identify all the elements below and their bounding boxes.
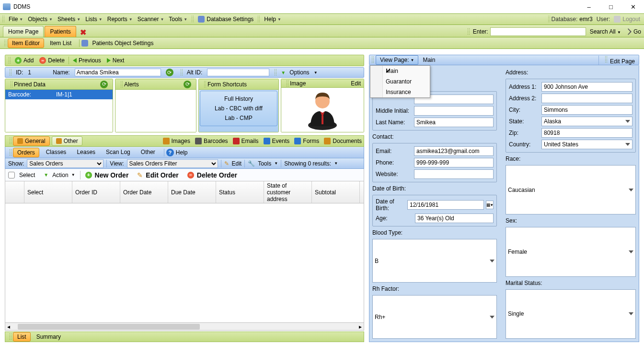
- country-select[interactable]: United States: [541, 140, 632, 149]
- tab-patients[interactable]: Patients: [45, 26, 76, 37]
- col-header[interactable]: Due Date: [168, 181, 216, 203]
- id-value: 1: [28, 69, 50, 76]
- horizontal-scrollbar[interactable]: ◂ ▸: [5, 322, 364, 330]
- toolbar-forms[interactable]: Forms: [294, 138, 319, 144]
- view-select[interactable]: Sales Orders Filter: [127, 159, 218, 168]
- previous-button[interactable]: Previous: [70, 56, 104, 65]
- dropdown-item-guarantor[interactable]: Guarantor: [383, 76, 430, 87]
- tab-scan-log[interactable]: Scan Log: [102, 148, 134, 157]
- col-header[interactable]: Order ID: [72, 181, 120, 203]
- tab-classes[interactable]: Classes: [42, 148, 70, 157]
- grid-body[interactable]: [5, 203, 364, 322]
- altid-input[interactable]: [207, 69, 269, 76]
- scroll-left-icon[interactable]: ◂: [5, 323, 12, 330]
- col-header[interactable]: [5, 181, 24, 203]
- edit-link[interactable]: Edit: [351, 80, 361, 87]
- tab-summary[interactable]: Summary: [33, 332, 65, 341]
- dob-field[interactable]: [407, 200, 484, 210]
- scroll-right-icon[interactable]: ▸: [357, 323, 364, 330]
- shortcut-item[interactable]: Lab - CMP: [200, 113, 277, 123]
- dropdown-item-insurance[interactable]: Insurance: [383, 87, 430, 97]
- go-button[interactable]: Go: [633, 28, 641, 35]
- sex-select[interactable]: Female: [506, 227, 636, 276]
- subtab-item-list[interactable]: Item List: [46, 39, 75, 47]
- state-select[interactable]: Alaska: [541, 117, 632, 126]
- col-header[interactable]: Subtotal: [312, 181, 360, 203]
- name-input[interactable]: [75, 69, 161, 76]
- tab-other[interactable]: Other: [137, 148, 159, 157]
- col-header[interactable]: Select: [24, 181, 72, 203]
- tab-orders[interactable]: Orders: [13, 148, 39, 157]
- subtab-object-settings[interactable]: Patients Object Settings: [90, 39, 155, 47]
- menu-tools[interactable]: Tools▼: [166, 15, 189, 24]
- scroll-thumb[interactable]: [18, 324, 200, 330]
- new-order-button[interactable]: New Order: [95, 171, 129, 179]
- rh-factor-select[interactable]: Rh+: [372, 295, 497, 339]
- options-button[interactable]: Options: [289, 69, 309, 76]
- edit-view-button[interactable]: Edit: [232, 160, 242, 167]
- menu-file[interactable]: File▼: [6, 15, 25, 24]
- email-field[interactable]: [414, 146, 494, 156]
- delete-button[interactable]: −Delete: [36, 56, 68, 65]
- tools-button[interactable]: Tools: [258, 160, 271, 167]
- blood-type-select[interactable]: B: [372, 239, 497, 283]
- race-select[interactable]: Caucasian: [506, 165, 636, 214]
- toolbar-events[interactable]: Events: [264, 138, 290, 144]
- window-minimize[interactable]: –: [578, 0, 600, 13]
- col-header[interactable]: State of customer address: [264, 181, 312, 203]
- refresh-icon[interactable]: ⟳: [100, 81, 108, 88]
- marital-select[interactable]: Single: [506, 289, 636, 339]
- edit-page-button[interactable]: Edit Page: [610, 58, 635, 65]
- show-select[interactable]: Sales Orders: [27, 159, 104, 168]
- select-checkbox[interactable]: [8, 172, 15, 178]
- logout-link[interactable]: Logout: [622, 16, 640, 23]
- address2-field[interactable]: [541, 94, 632, 103]
- view-page-button[interactable]: View Page: ▼: [376, 55, 418, 65]
- name-label: Name:: [53, 69, 69, 76]
- col-header[interactable]: Status: [216, 181, 264, 203]
- help-button[interactable]: Help: [176, 149, 188, 156]
- tab-other[interactable]: Other: [52, 136, 82, 146]
- next-button[interactable]: Next: [104, 56, 127, 65]
- search-all-button[interactable]: Search All ▼: [590, 28, 621, 35]
- menu-scanner[interactable]: Scanner▼: [135, 15, 166, 24]
- delete-order-button[interactable]: Delete Order: [197, 171, 237, 179]
- tab-close-icon[interactable]: ✖: [78, 28, 88, 37]
- toolbar-emails[interactable]: Emails: [233, 138, 259, 144]
- tab-leases[interactable]: Leases: [73, 148, 99, 157]
- toolbar-images[interactable]: Images: [163, 138, 190, 144]
- website-field[interactable]: [414, 169, 494, 179]
- toolbar-barcodes[interactable]: Barcodes: [195, 138, 228, 144]
- last-name-field[interactable]: [414, 118, 494, 127]
- menu-lists[interactable]: Lists▼: [82, 15, 104, 24]
- middle-initial-field[interactable]: [414, 106, 494, 116]
- menu-database-settings[interactable]: Database Settings: [195, 15, 255, 24]
- tab-list[interactable]: List: [13, 332, 31, 342]
- menu-help[interactable]: Help▼: [261, 15, 283, 24]
- tab-home-page[interactable]: Home Page: [3, 26, 44, 37]
- refresh-icon[interactable]: ⟳: [166, 69, 173, 76]
- dropdown-item-main[interactable]: ✔Main: [383, 66, 430, 76]
- pinned-row-barcode[interactable]: Barcode: IM-1|1: [5, 90, 113, 99]
- action-button[interactable]: Action: [52, 172, 68, 178]
- city-field[interactable]: [541, 105, 632, 115]
- edit-order-button[interactable]: Edit Order: [146, 171, 178, 179]
- phone-field[interactable]: [414, 158, 494, 167]
- window-close[interactable]: ✕: [622, 0, 644, 13]
- shortcut-item[interactable]: Full History: [200, 94, 277, 104]
- menu-reports[interactable]: Reports▼: [104, 15, 135, 24]
- calendar-icon[interactable]: ▦▾: [486, 201, 494, 209]
- add-button[interactable]: +Add: [12, 56, 36, 65]
- toolbar-documents[interactable]: Documents: [324, 138, 362, 144]
- address1-field[interactable]: [541, 82, 632, 92]
- window-maximize[interactable]: □: [600, 0, 622, 13]
- menu-objects[interactable]: Objects▼: [25, 15, 55, 24]
- shortcut-item[interactable]: Lab - CBC with diff: [200, 104, 277, 113]
- refresh-icon[interactable]: ⟳: [184, 81, 191, 88]
- col-header[interactable]: Order Date: [120, 181, 168, 203]
- tab-general[interactable]: General: [13, 136, 50, 146]
- zip-field[interactable]: [541, 128, 632, 138]
- subtab-item-editor[interactable]: Item Editor: [8, 38, 44, 48]
- enter-input[interactable]: [490, 27, 586, 36]
- menu-sheets[interactable]: Sheets▼: [55, 15, 82, 24]
